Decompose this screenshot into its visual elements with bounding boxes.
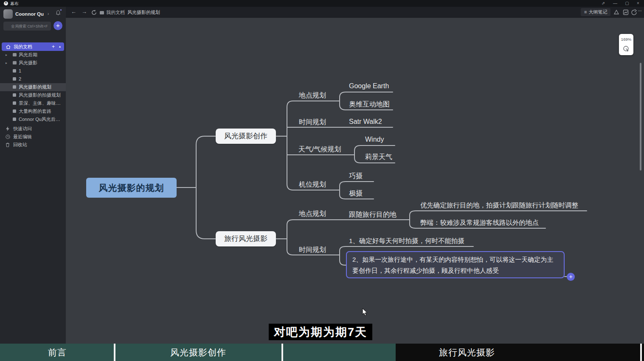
sidebar-item-doc[interactable]: 1 bbox=[0, 67, 66, 75]
sidebar-item-recent[interactable]: 最近编辑 bbox=[0, 133, 66, 141]
sidebar-item-trash[interactable]: 回收站 bbox=[0, 141, 66, 149]
sidebar-item-label: 景深、主体、趣味点与光影… bbox=[19, 99, 65, 107]
mindmap-node-selected[interactable]: 2、如果一次旅行途中，有某天的内容特别想怕，可以将这一天确定为主要创作日，其余行… bbox=[346, 251, 565, 278]
breadcrumb-current: 风光摄影的规划 bbox=[127, 9, 160, 16]
collapse-icon[interactable]: ▴ bbox=[59, 42, 61, 51]
back-icon[interactable]: ← bbox=[71, 8, 76, 15]
mindmap-node[interactable]: Windy bbox=[365, 136, 384, 143]
folder-icon bbox=[13, 53, 17, 56]
chapter-bar: 前言 风光摄影创作 旅行风光摄影 bbox=[0, 344, 644, 361]
mindmap-node[interactable]: Google Earth bbox=[349, 82, 389, 90]
mindmap-node[interactable]: 莉景天气 bbox=[365, 153, 392, 162]
mindmap-node[interactable]: 极摄 bbox=[349, 189, 363, 198]
sidebar-item-doc[interactable]: Connor Qu风光后期思维导图 bbox=[0, 115, 66, 123]
refresh-icon[interactable] bbox=[91, 10, 97, 15]
sidebar-item-doc[interactable]: 风光摄影的拍摄规划 bbox=[0, 91, 66, 99]
close-icon[interactable]: × bbox=[633, 0, 643, 7]
mindmap-node[interactable]: 1、确定好每天何时拍摄，何时不能拍摄 bbox=[349, 237, 464, 246]
add-icon[interactable]: + bbox=[52, 42, 55, 51]
home-icon bbox=[6, 45, 11, 49]
user-name[interactable]: Coonnor Qu bbox=[15, 11, 44, 17]
doc-icon bbox=[13, 118, 16, 121]
mindmap-node[interactable]: 天气/气候规划 bbox=[298, 145, 341, 154]
export-image-icon[interactable] bbox=[622, 9, 629, 16]
folder-icon bbox=[13, 61, 17, 64]
mindmap-node[interactable]: 巧摄 bbox=[349, 172, 363, 181]
mindmap-node[interactable]: 时间规划 bbox=[299, 246, 326, 255]
sidebar-item-folder[interactable]: ▸ 风光摄影 bbox=[0, 59, 66, 67]
more-icon[interactable]: ··· bbox=[638, 8, 641, 14]
chapter-unlabeled[interactable] bbox=[283, 344, 395, 361]
mindmap-node[interactable]: 弊端：较难涉及常规游客线路以外的地点 bbox=[420, 218, 539, 227]
mindmap-root-node[interactable]: 风光摄影的规划 bbox=[86, 178, 177, 198]
mindmap-node[interactable]: 地点规划 bbox=[299, 91, 326, 100]
bell-icon[interactable] bbox=[56, 10, 61, 16]
new-doc-button[interactable]: + bbox=[53, 21, 62, 30]
sidebar-item-label: 风光摄影的拍摄规划 bbox=[19, 91, 65, 99]
chapter-creation[interactable]: 风光摄影创作 bbox=[115, 344, 281, 361]
reset-zoom-icon[interactable] bbox=[623, 45, 629, 52]
outline-notes-button[interactable]: ≡大纲笔记 bbox=[581, 8, 610, 16]
pin-window-icon[interactable]: ⇗ bbox=[598, 0, 608, 7]
doc-icon bbox=[13, 109, 16, 113]
doc-icon bbox=[13, 85, 16, 89]
sidebar-item-label: 2 bbox=[19, 75, 65, 83]
mindmap-node[interactable]: 时间规划 bbox=[299, 118, 326, 127]
share-icon[interactable] bbox=[631, 9, 638, 16]
sidebar-section-my-docs[interactable]: 我的文档 + ▴ bbox=[2, 42, 64, 51]
sidebar-item-label: 最近编辑 bbox=[13, 133, 32, 141]
video-subtitle: 对吧为期为期7天 bbox=[269, 324, 372, 340]
chevron-right-icon: › bbox=[48, 11, 49, 16]
list-icon: ≡ bbox=[584, 9, 587, 14]
chapter-divider bbox=[640, 344, 642, 361]
forward-icon[interactable]: → bbox=[82, 8, 87, 15]
vertical-scrollbar[interactable] bbox=[640, 63, 641, 171]
sidebar: Coonnor Qu › + 我的文档 + ▴ ▸ 风光后期 ▸ 风光摄影 1 … bbox=[0, 7, 66, 344]
mindmap-node[interactable]: 优先确定旅行目的地，拍摄计划跟随旅行计划随时调整 bbox=[420, 201, 578, 210]
add-child-button[interactable]: + bbox=[567, 273, 575, 281]
lightning-icon bbox=[6, 126, 10, 131]
sidebar-item-doc[interactable]: 大量构图的套路 bbox=[0, 107, 66, 115]
minimize-icon[interactable]: — bbox=[610, 0, 620, 7]
sidebar-item-doc-selected[interactable]: 风光摄影的规划 bbox=[0, 83, 66, 91]
mindmap-node[interactable]: 跟随旅行目的地 bbox=[349, 210, 397, 219]
chapter-intro[interactable]: 前言 bbox=[0, 344, 115, 361]
expander-icon[interactable]: ▸ bbox=[6, 59, 7, 67]
sidebar-item-label: 快速访问 bbox=[13, 125, 32, 133]
breadcrumb-separator: | bbox=[124, 9, 125, 15]
sidebar-item-quick-access[interactable]: 快速访问 bbox=[0, 125, 66, 133]
sidebar-item-doc[interactable]: 2 bbox=[0, 75, 66, 83]
sidebar-item-label: 风光摄影的规划 bbox=[19, 83, 65, 91]
breadcrumb-root[interactable]: 我的文档 bbox=[106, 9, 125, 16]
maximize-icon[interactable]: ▢ bbox=[622, 0, 632, 7]
presentation-icon[interactable] bbox=[613, 9, 620, 16]
sidebar-item-label: 大量构图的套路 bbox=[19, 107, 65, 115]
expander-icon[interactable]: ▸ bbox=[6, 51, 7, 59]
mouse-cursor bbox=[362, 308, 368, 316]
mindmap-node[interactable]: Satr Walk2 bbox=[349, 118, 382, 126]
zoom-control[interactable]: 169% bbox=[619, 34, 633, 55]
mindmap-branch-node[interactable]: 风光摄影创作 bbox=[216, 129, 276, 144]
doc-toolbar: ← → 我的文档 | 风光摄影的规划 ≡大纲笔记 ··· bbox=[66, 7, 644, 18]
zoom-level: 169% bbox=[619, 37, 633, 42]
sidebar-item-folder[interactable]: ▸ 风光后期 bbox=[0, 51, 66, 59]
sidebar-item-label: 回收站 bbox=[13, 141, 27, 149]
folder-icon bbox=[100, 11, 104, 14]
mindmap-branch-node[interactable]: 旅行风光摄影 bbox=[216, 231, 276, 246]
outline-button-label: 大纲笔记 bbox=[588, 9, 607, 14]
mindmap-node[interactable]: 地点规划 bbox=[299, 210, 326, 218]
chapter-travel[interactable]: 旅行风光摄影 bbox=[395, 344, 539, 361]
window-titlebar: 幕布 ⇗ — ▢ × bbox=[0, 0, 644, 7]
sidebar-item-label: Connor Qu风光后期思维导图 bbox=[19, 115, 65, 123]
section-title: 我的文档 bbox=[14, 42, 32, 51]
search-input[interactable] bbox=[3, 22, 51, 31]
avatar[interactable] bbox=[3, 9, 13, 19]
mindmap-node[interactable]: 机位规划 bbox=[299, 180, 326, 189]
sidebar-item-doc[interactable]: 景深、主体、趣味点与光影… bbox=[0, 99, 66, 107]
doc-icon bbox=[13, 93, 16, 97]
mindmap-canvas[interactable]: 风光摄影的规划 风光摄影创作 旅行风光摄影 地点规划 Google Earth … bbox=[66, 18, 644, 344]
notification-dot bbox=[60, 9, 62, 11]
clock-icon bbox=[6, 134, 10, 139]
mindmap-node[interactable]: 奥维互动地图 bbox=[349, 100, 390, 109]
doc-icon bbox=[13, 77, 16, 81]
